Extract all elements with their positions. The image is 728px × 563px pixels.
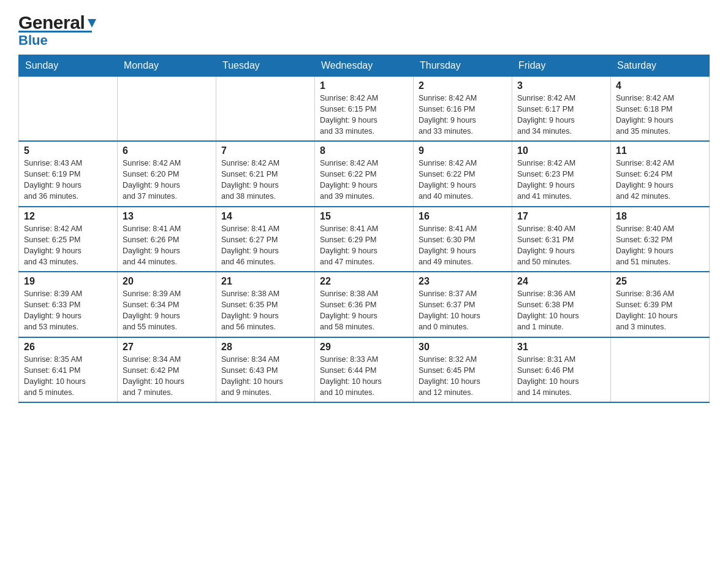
logo-general-text: General xyxy=(18,12,85,33)
calendar-day-23: 23Sunrise: 8:37 AMSunset: 6:37 PMDayligh… xyxy=(414,272,512,337)
page-header: General Blue xyxy=(18,12,710,48)
day-number: 21 xyxy=(221,276,309,287)
day-number: 14 xyxy=(221,211,309,222)
calendar-day-20: 20Sunrise: 8:39 AMSunset: 6:34 PMDayligh… xyxy=(118,272,216,337)
day-info: Sunrise: 8:42 AMSunset: 6:24 PMDaylight:… xyxy=(616,158,704,202)
day-info: Sunrise: 8:42 AMSunset: 6:22 PMDaylight:… xyxy=(419,158,507,202)
day-number: 22 xyxy=(320,276,408,287)
calendar-body: 1Sunrise: 8:42 AMSunset: 6:15 PMDaylight… xyxy=(19,76,710,402)
day-number: 28 xyxy=(221,342,309,353)
calendar-day-7: 7Sunrise: 8:42 AMSunset: 6:21 PMDaylight… xyxy=(216,141,315,207)
day-number: 9 xyxy=(419,145,507,156)
day-info: Sunrise: 8:37 AMSunset: 6:37 PMDaylight:… xyxy=(419,288,507,333)
calendar-day-24: 24Sunrise: 8:36 AMSunset: 6:38 PMDayligh… xyxy=(512,272,611,337)
calendar-day-13: 13Sunrise: 8:41 AMSunset: 6:26 PMDayligh… xyxy=(118,207,216,272)
calendar-day-1: 1Sunrise: 8:42 AMSunset: 6:15 PMDaylight… xyxy=(315,76,414,141)
day-info: Sunrise: 8:39 AMSunset: 6:33 PMDaylight:… xyxy=(24,288,112,333)
day-info: Sunrise: 8:31 AMSunset: 6:46 PMDaylight:… xyxy=(517,354,605,399)
day-number: 30 xyxy=(419,342,507,353)
day-info: Sunrise: 8:41 AMSunset: 6:29 PMDaylight:… xyxy=(320,223,408,268)
calendar-week-row: 1Sunrise: 8:42 AMSunset: 6:15 PMDaylight… xyxy=(19,76,710,141)
day-number: 7 xyxy=(221,145,309,156)
day-info: Sunrise: 8:42 AMSunset: 6:17 PMDaylight:… xyxy=(517,93,605,137)
weekday-header-row: SundayMondayTuesdayWednesdayThursdayFrid… xyxy=(19,55,710,76)
day-number: 15 xyxy=(320,211,408,222)
day-number: 12 xyxy=(24,211,112,222)
day-info: Sunrise: 8:42 AMSunset: 6:21 PMDaylight:… xyxy=(221,158,309,202)
day-info: Sunrise: 8:32 AMSunset: 6:45 PMDaylight:… xyxy=(419,354,507,399)
calendar-empty-cell xyxy=(611,337,710,403)
logo-blue-text: Blue xyxy=(18,33,48,48)
day-number: 20 xyxy=(123,276,211,287)
day-info: Sunrise: 8:36 AMSunset: 6:38 PMDaylight:… xyxy=(517,288,605,333)
calendar-day-26: 26Sunrise: 8:35 AMSunset: 6:41 PMDayligh… xyxy=(19,337,118,403)
calendar-week-row: 5Sunrise: 8:43 AMSunset: 6:19 PMDaylight… xyxy=(19,141,710,207)
calendar-day-16: 16Sunrise: 8:41 AMSunset: 6:30 PMDayligh… xyxy=(414,207,512,272)
day-info: Sunrise: 8:41 AMSunset: 6:26 PMDaylight:… xyxy=(123,223,211,268)
day-number: 3 xyxy=(517,80,605,91)
day-info: Sunrise: 8:42 AMSunset: 6:18 PMDaylight:… xyxy=(616,93,704,137)
weekday-header-wednesday: Wednesday xyxy=(315,55,414,76)
calendar-day-27: 27Sunrise: 8:34 AMSunset: 6:42 PMDayligh… xyxy=(118,337,216,403)
day-number: 8 xyxy=(320,145,408,156)
day-number: 11 xyxy=(616,145,704,156)
day-info: Sunrise: 8:34 AMSunset: 6:43 PMDaylight:… xyxy=(221,354,309,399)
day-number: 26 xyxy=(24,342,112,353)
day-number: 17 xyxy=(517,211,605,222)
calendar-day-2: 2Sunrise: 8:42 AMSunset: 6:16 PMDaylight… xyxy=(414,76,512,141)
calendar-day-14: 14Sunrise: 8:41 AMSunset: 6:27 PMDayligh… xyxy=(216,207,315,272)
calendar-day-6: 6Sunrise: 8:42 AMSunset: 6:20 PMDaylight… xyxy=(118,141,216,207)
calendar-table: SundayMondayTuesdayWednesdayThursdayFrid… xyxy=(18,55,710,404)
calendar-day-5: 5Sunrise: 8:43 AMSunset: 6:19 PMDaylight… xyxy=(19,141,118,207)
calendar-day-31: 31Sunrise: 8:31 AMSunset: 6:46 PMDayligh… xyxy=(512,337,611,403)
calendar-day-29: 29Sunrise: 8:33 AMSunset: 6:44 PMDayligh… xyxy=(315,337,414,403)
day-info: Sunrise: 8:43 AMSunset: 6:19 PMDaylight:… xyxy=(24,158,112,202)
calendar-day-17: 17Sunrise: 8:40 AMSunset: 6:31 PMDayligh… xyxy=(512,207,611,272)
weekday-header-monday: Monday xyxy=(118,55,216,76)
day-info: Sunrise: 8:42 AMSunset: 6:15 PMDaylight:… xyxy=(320,93,408,137)
weekday-header-thursday: Thursday xyxy=(414,55,512,76)
calendar-empty-cell xyxy=(216,76,315,141)
calendar-day-25: 25Sunrise: 8:36 AMSunset: 6:39 PMDayligh… xyxy=(611,272,710,337)
day-info: Sunrise: 8:39 AMSunset: 6:34 PMDaylight:… xyxy=(123,288,211,333)
day-info: Sunrise: 8:42 AMSunset: 6:22 PMDaylight:… xyxy=(320,158,408,202)
day-number: 25 xyxy=(616,276,704,287)
day-info: Sunrise: 8:38 AMSunset: 6:35 PMDaylight:… xyxy=(221,288,309,333)
calendar-day-10: 10Sunrise: 8:42 AMSunset: 6:23 PMDayligh… xyxy=(512,141,611,207)
calendar-day-8: 8Sunrise: 8:42 AMSunset: 6:22 PMDaylight… xyxy=(315,141,414,207)
logo-triangle-icon xyxy=(85,17,99,30)
day-info: Sunrise: 8:40 AMSunset: 6:32 PMDaylight:… xyxy=(616,223,704,268)
day-number: 23 xyxy=(419,276,507,287)
calendar-week-row: 19Sunrise: 8:39 AMSunset: 6:33 PMDayligh… xyxy=(19,272,710,337)
day-info: Sunrise: 8:42 AMSunset: 6:20 PMDaylight:… xyxy=(123,158,211,202)
calendar-week-row: 26Sunrise: 8:35 AMSunset: 6:41 PMDayligh… xyxy=(19,337,710,403)
day-info: Sunrise: 8:41 AMSunset: 6:27 PMDaylight:… xyxy=(221,223,309,268)
day-info: Sunrise: 8:41 AMSunset: 6:30 PMDaylight:… xyxy=(419,223,507,268)
day-info: Sunrise: 8:42 AMSunset: 6:25 PMDaylight:… xyxy=(24,223,112,268)
calendar-day-9: 9Sunrise: 8:42 AMSunset: 6:22 PMDaylight… xyxy=(414,141,512,207)
calendar-day-21: 21Sunrise: 8:38 AMSunset: 6:35 PMDayligh… xyxy=(216,272,315,337)
day-info: Sunrise: 8:33 AMSunset: 6:44 PMDaylight:… xyxy=(320,354,408,399)
calendar-day-18: 18Sunrise: 8:40 AMSunset: 6:32 PMDayligh… xyxy=(611,207,710,272)
weekday-header-saturday: Saturday xyxy=(611,55,710,76)
day-info: Sunrise: 8:38 AMSunset: 6:36 PMDaylight:… xyxy=(320,288,408,333)
calendar-day-12: 12Sunrise: 8:42 AMSunset: 6:25 PMDayligh… xyxy=(19,207,118,272)
day-info: Sunrise: 8:36 AMSunset: 6:39 PMDaylight:… xyxy=(616,288,704,333)
calendar-day-3: 3Sunrise: 8:42 AMSunset: 6:17 PMDaylight… xyxy=(512,76,611,141)
day-info: Sunrise: 8:34 AMSunset: 6:42 PMDaylight:… xyxy=(123,354,211,399)
day-number: 16 xyxy=(419,211,507,222)
day-number: 29 xyxy=(320,342,408,353)
svg-marker-0 xyxy=(88,19,96,28)
day-number: 1 xyxy=(320,80,408,91)
calendar-day-15: 15Sunrise: 8:41 AMSunset: 6:29 PMDayligh… xyxy=(315,207,414,272)
day-number: 4 xyxy=(616,80,704,91)
day-number: 27 xyxy=(123,342,211,353)
day-number: 24 xyxy=(517,276,605,287)
calendar-header: SundayMondayTuesdayWednesdayThursdayFrid… xyxy=(19,55,710,76)
day-number: 18 xyxy=(616,211,704,222)
day-info: Sunrise: 8:40 AMSunset: 6:31 PMDaylight:… xyxy=(517,223,605,268)
day-number: 2 xyxy=(419,80,507,91)
day-number: 10 xyxy=(517,145,605,156)
weekday-header-sunday: Sunday xyxy=(19,55,118,76)
day-info: Sunrise: 8:42 AMSunset: 6:23 PMDaylight:… xyxy=(517,158,605,202)
